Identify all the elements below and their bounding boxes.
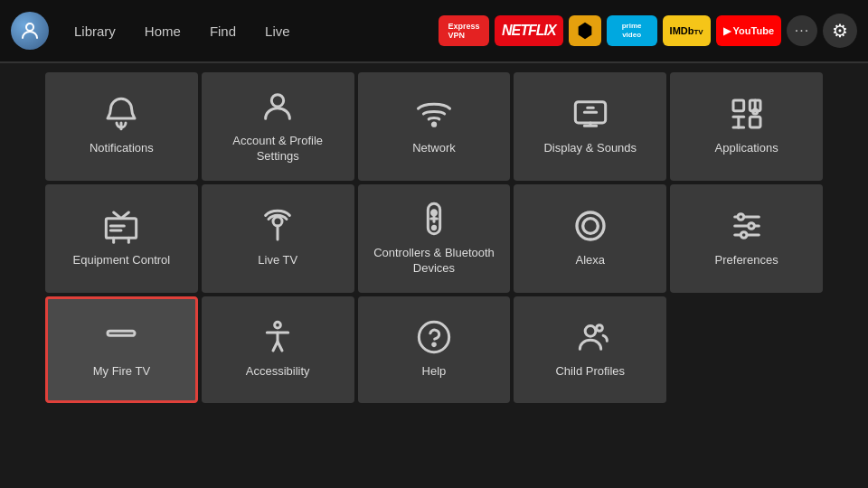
alexa-icon bbox=[572, 208, 609, 244]
app-expressvpn[interactable]: ExpressVPN bbox=[439, 15, 489, 46]
app-prime[interactable]: primevideo bbox=[607, 15, 657, 46]
tile-label-applications: Applications bbox=[715, 141, 778, 156]
settings-button[interactable]: ⚙ bbox=[823, 14, 857, 48]
app-netflix[interactable]: NETFLIX bbox=[495, 15, 563, 46]
person-icon bbox=[259, 89, 296, 125]
tv-icon bbox=[103, 208, 139, 244]
settings-tile-help[interactable]: Help bbox=[358, 296, 511, 403]
nav-home[interactable]: Home bbox=[132, 18, 193, 44]
nav-links: Library Home Find Live bbox=[61, 18, 303, 44]
tile-label-myfiretv: My Fire TV bbox=[93, 364, 150, 380]
accessibility-icon bbox=[259, 319, 296, 355]
tile-label-controllers: Controllers & Bluetooth Devices bbox=[367, 246, 502, 277]
settings-tile-network[interactable]: Network bbox=[358, 72, 511, 181]
tile-label-accessibility: Accessibility bbox=[246, 364, 310, 380]
svg-rect-7 bbox=[750, 117, 760, 128]
nav-find[interactable]: Find bbox=[197, 18, 249, 44]
tile-label-help: Help bbox=[422, 364, 447, 380]
sliders-icon bbox=[729, 208, 765, 244]
svg-point-23 bbox=[432, 226, 435, 229]
app-imdb[interactable]: IMDbTV bbox=[663, 15, 711, 46]
settings-tile-alexa[interactable]: Alexa bbox=[514, 184, 666, 293]
tile-label-account: Account & Profile Settings bbox=[211, 134, 345, 164]
display-icon bbox=[572, 96, 609, 132]
svg-point-34 bbox=[419, 322, 448, 352]
svg-point-35 bbox=[433, 343, 436, 346]
svg-point-24 bbox=[577, 212, 604, 239]
top-navigation: Library Home Find Live ExpressVPN NETFLI… bbox=[0, 0, 868, 61]
more-apps-button[interactable]: ··· bbox=[787, 15, 817, 46]
svg-point-20 bbox=[431, 211, 436, 215]
tile-label-preferences: Preferences bbox=[715, 253, 778, 268]
app-youtube[interactable]: ▶ YouTube bbox=[716, 15, 781, 46]
settings-tile-equipment[interactable]: Equipment Control bbox=[45, 184, 198, 293]
svg-point-2 bbox=[272, 95, 284, 107]
svg-point-31 bbox=[741, 232, 747, 239]
nav-apps: ExpressVPN NETFLIX primevideo IMDbTV ▶ Y… bbox=[439, 14, 857, 48]
tile-label-notifications: Notifications bbox=[90, 141, 154, 156]
tile-label-alexa: Alexa bbox=[576, 253, 606, 268]
svg-rect-13 bbox=[107, 219, 137, 239]
svg-point-30 bbox=[748, 223, 754, 230]
tile-label-display: Display & Sounds bbox=[543, 141, 637, 156]
settings-tile-controllers[interactable]: Controllers & Bluetooth Devices bbox=[358, 184, 511, 293]
svg-point-0 bbox=[26, 23, 33, 31]
settings-tile-account[interactable]: Account & Profile Settings bbox=[202, 72, 354, 181]
antenna-icon bbox=[259, 208, 296, 244]
settings-tile-preferences[interactable]: Preferences bbox=[670, 184, 823, 293]
svg-rect-5 bbox=[733, 100, 744, 111]
firetv-icon bbox=[103, 319, 139, 355]
svg-point-33 bbox=[275, 322, 281, 328]
remote-icon bbox=[416, 201, 452, 237]
childprofiles-icon bbox=[572, 319, 609, 355]
settings-container: NotificationsAccount & Profile SettingsN… bbox=[0, 63, 868, 412]
tile-label-childprofiles: Child Profiles bbox=[555, 364, 625, 380]
settings-tile-childprofiles[interactable]: Child Profiles bbox=[514, 296, 666, 403]
settings-tile-applications[interactable]: Applications bbox=[670, 72, 823, 181]
user-avatar[interactable] bbox=[11, 12, 49, 50]
settings-tile-myfiretv[interactable]: My Fire TV bbox=[45, 296, 198, 403]
settings-grid: NotificationsAccount & Profile SettingsN… bbox=[45, 72, 823, 403]
help-icon bbox=[416, 319, 452, 355]
settings-tile-display[interactable]: Display & Sounds bbox=[514, 72, 666, 181]
apps-icon bbox=[729, 96, 765, 132]
app-plex[interactable] bbox=[569, 15, 601, 46]
svg-point-36 bbox=[585, 326, 596, 337]
settings-tile-accessibility[interactable]: Accessibility bbox=[202, 296, 354, 403]
svg-point-3 bbox=[432, 123, 435, 126]
nav-live[interactable]: Live bbox=[252, 18, 303, 44]
settings-tile-livetv[interactable]: Live TV bbox=[202, 184, 354, 293]
bell-icon bbox=[103, 96, 139, 132]
svg-point-37 bbox=[596, 325, 602, 332]
settings-tile-notifications[interactable]: Notifications bbox=[45, 72, 198, 181]
svg-rect-32 bbox=[108, 331, 135, 335]
tile-label-network: Network bbox=[412, 141, 456, 156]
tile-label-livetv: Live TV bbox=[258, 253, 297, 268]
nav-library[interactable]: Library bbox=[61, 18, 128, 44]
tile-label-equipment: Equipment Control bbox=[73, 253, 171, 268]
svg-point-25 bbox=[582, 219, 598, 234]
wifi-icon bbox=[416, 96, 452, 132]
svg-point-29 bbox=[738, 214, 744, 221]
